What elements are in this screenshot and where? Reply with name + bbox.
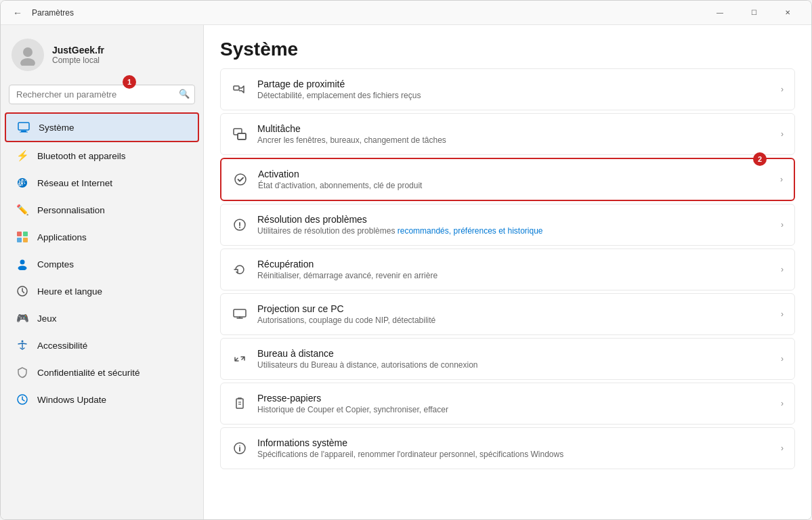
presse-title: Presse-papiers (257, 393, 448, 404)
recuperation-chevron: › (781, 265, 784, 274)
sidebar-item-confidentialite[interactable]: Confidentialité et sécurité (5, 359, 199, 386)
projection-desc: Autorisations, couplage du code NIP, dét… (257, 316, 435, 325)
settings-item-presse-papiers[interactable]: Presse-papiers Historique de Couper et C… (220, 383, 795, 425)
svg-rect-21 (236, 399, 243, 408)
svg-point-1 (20, 58, 35, 66)
settings-item-infos-systeme[interactable]: Informations système Spécifications de l… (220, 427, 795, 469)
window: ← Paramètres — ☐ ✕ JustGeek.fr Comp (0, 0, 812, 520)
resolution-desc: Utilitaires de résolution des problèmes … (257, 226, 543, 236)
maximize-button[interactable]: ☐ (738, 3, 769, 23)
infos-chevron: › (781, 443, 784, 453)
sidebar-item-comptes[interactable]: Comptes (5, 251, 199, 278)
close-button[interactable]: ✕ (772, 3, 803, 23)
minimize-button[interactable]: — (704, 3, 735, 23)
title-bar: ← Paramètres — ☐ ✕ (1, 1, 811, 25)
annotation-badge-1: 1 (123, 75, 136, 89)
heure-icon (16, 284, 29, 298)
applications-icon (16, 230, 29, 244)
sidebar-item-label-bluetooth: Bluetooth et appareils (37, 151, 126, 161)
systeme-icon (17, 121, 30, 134)
settings-item-partage[interactable]: Partage de proximité Détectabilité, empl… (220, 68, 795, 110)
settings-text-multitache: Multitâche Ancrer les fenêtres, bureaux,… (257, 123, 446, 145)
activation-icon (232, 171, 249, 188)
settings-item-presse-left: Presse-papiers Historique de Couper et C… (232, 393, 448, 414)
settings-item-projection[interactable]: Projection sur ce PC Autorisations, coup… (220, 293, 795, 335)
activation-title: Activation (258, 169, 422, 179)
svg-rect-16 (238, 133, 246, 139)
svg-point-0 (23, 47, 33, 57)
settings-item-recuperation-left: Récupération Réinitialiser, démarrage av… (232, 259, 437, 280)
sidebar-item-systeme[interactable]: Système (5, 112, 199, 142)
svg-rect-20 (234, 309, 246, 317)
user-profile: JustGeek.fr Compte local (1, 30, 203, 82)
resolution-link[interactable]: recommandés, préférences et historique (398, 226, 543, 236)
activation-chevron: › (780, 175, 783, 184)
settings-text-bureau: Bureau à distance Utilisateurs du Bureau… (257, 348, 478, 370)
sidebar-item-jeux[interactable]: 🎮 Jeux (5, 305, 199, 332)
settings-item-multitache-left: Multitâche Ancrer les fenêtres, bureaux,… (232, 123, 446, 145)
settings-item-recuperation[interactable]: Récupération Réinitialiser, démarrage av… (220, 248, 795, 290)
recuperation-title: Récupération (257, 259, 437, 269)
resolution-icon (232, 217, 248, 233)
sidebar-item-applications[interactable]: Applications (5, 223, 199, 251)
settings-list: Partage de proximité Détectabilité, empl… (220, 68, 795, 471)
settings-text-recuperation: Récupération Réinitialiser, démarrage av… (257, 259, 437, 280)
settings-item-projection-left: Projection sur ce PC Autorisations, coup… (232, 303, 435, 325)
sidebar-item-label-perso: Personnalisation (37, 205, 105, 215)
infos-systeme-icon (232, 440, 248, 456)
user-account-type: Compte local (52, 56, 104, 65)
sidebar-item-label-reseau: Réseau et Internet (37, 178, 112, 188)
resolution-title: Résolution des problèmes (257, 214, 543, 225)
search-input[interactable] (9, 85, 195, 104)
sidebar-item-label-systeme: Système (39, 123, 74, 133)
settings-item-resolution[interactable]: Résolution des problèmes Utilitaires de … (220, 204, 795, 246)
user-name: JustGeek.fr (52, 45, 104, 56)
search-icon-button[interactable]: 🔍 (179, 89, 190, 99)
multitache-chevron: › (781, 129, 784, 139)
svg-point-18 (235, 174, 246, 185)
presse-papiers-icon (232, 395, 248, 412)
sidebar-item-label-access: Accessibilité (37, 341, 87, 351)
sidebar: JustGeek.fr Compte local 🔍 1 (1, 25, 204, 519)
sidebar-item-bluetooth[interactable]: ⚡ Bluetooth et appareils (5, 142, 199, 169)
sidebar-item-accessibilite[interactable]: Accessibilité (5, 332, 199, 359)
projection-icon (232, 306, 248, 322)
presse-chevron: › (781, 399, 784, 408)
sidebar-item-windows-update[interactable]: Windows Update (5, 386, 199, 413)
settings-text-resolution: Résolution des problèmes Utilitaires de … (257, 214, 543, 236)
user-info: JustGeek.fr Compte local (52, 45, 104, 65)
avatar (12, 39, 44, 71)
sidebar-item-reseau[interactable]: Réseau et Internet (5, 169, 199, 196)
accessibilite-icon (16, 339, 29, 352)
personnalisation-icon: ✏️ (16, 203, 29, 217)
bureau-desc: Utilisateurs du Bureau à distance, autor… (257, 360, 478, 370)
presse-desc: Historique de Couper et Copier, synchron… (257, 405, 448, 414)
sidebar-item-label-confidentialite: Confidentialité et sécurité (37, 368, 140, 378)
settings-item-bureau-distance[interactable]: Bureau à distance Utilisateurs du Bureau… (220, 338, 795, 380)
sidebar-item-label-update: Windows Update (37, 395, 106, 405)
main-content: JustGeek.fr Compte local 🔍 1 (1, 25, 811, 519)
svg-rect-7 (17, 238, 22, 242)
partage-icon (232, 81, 248, 98)
page-title: Système (220, 25, 795, 68)
title-bar-left: ← Paramètres (9, 6, 74, 20)
recuperation-icon (232, 261, 248, 278)
svg-rect-6 (23, 232, 28, 236)
jeux-icon: 🎮 (16, 311, 29, 325)
bureau-chevron: › (781, 354, 784, 364)
windows-update-icon (16, 393, 29, 406)
sidebar-nav: Système ⚡ Bluetooth et appareils Réseau … (1, 112, 203, 413)
back-button[interactable]: ← (9, 6, 26, 20)
settings-item-activation[interactable]: Activation État d'activation, abonnement… (220, 158, 795, 201)
partage-chevron: › (781, 85, 784, 94)
settings-item-multitache[interactable]: Multitâche Ancrer les fenêtres, bureaux,… (220, 113, 795, 155)
svg-rect-2 (18, 123, 29, 130)
svg-point-10 (18, 266, 27, 271)
activation-desc: État d'activation, abonnements, clé de p… (258, 181, 422, 190)
settings-text-infos: Informations système Spécifications de l… (257, 437, 563, 459)
sidebar-item-personnalisation[interactable]: ✏️ Personnalisation (5, 196, 199, 223)
settings-text-partage: Partage de proximité Détectabilité, empl… (257, 79, 421, 100)
svg-rect-14 (234, 86, 239, 90)
settings-text-presse: Presse-papiers Historique de Couper et C… (257, 393, 448, 414)
sidebar-item-heure[interactable]: Heure et langue (5, 278, 199, 305)
